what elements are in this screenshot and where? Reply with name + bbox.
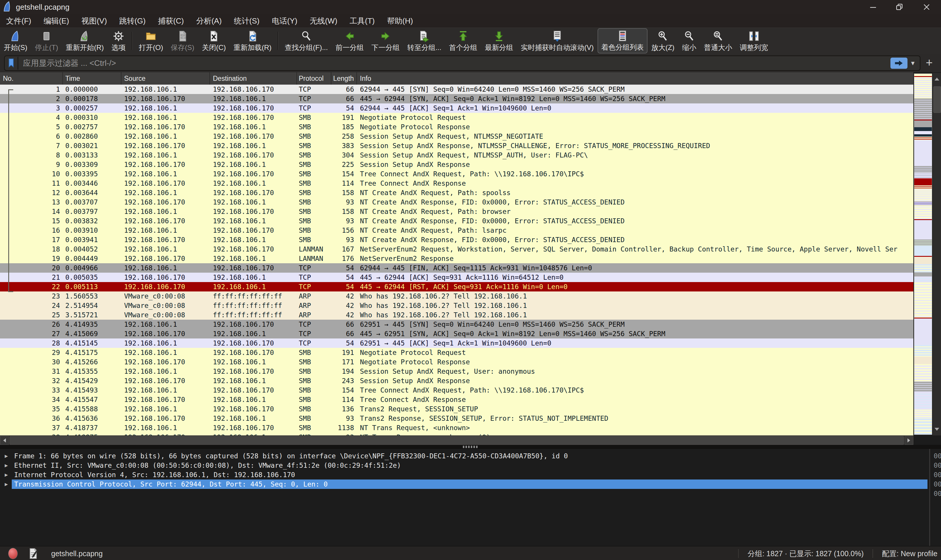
menu-item-4[interactable]: 捕获(C)	[152, 14, 190, 28]
packet-row-23[interactable]: 231.560553VMware_c0:00:08ff:ff:ff:ff:ff:…	[0, 291, 913, 301]
packet-row-20[interactable]: 200.004966192.168.106.1192.168.106.170TC…	[0, 263, 913, 273]
packet-row-17[interactable]: 170.003941192.168.106.170192.168.106.1SM…	[0, 235, 913, 245]
toolbar-button-restart[interactable]: 重新开始(R)	[62, 29, 108, 53]
toolbar-button-prev[interactable]: 前一分组	[332, 29, 367, 53]
horizontal-scroll-thumb[interactable]	[9, 436, 904, 445]
restore-button[interactable]	[886, 0, 913, 14]
menu-item-0[interactable]: 文件(F)	[0, 14, 37, 28]
add-filter-button[interactable]: +	[923, 56, 936, 69]
packet-row-1[interactable]: 10.000000192.168.106.1192.168.106.170TCP…	[0, 85, 913, 94]
packet-row-32[interactable]: 324.415429192.168.106.170192.168.106.1SM…	[0, 376, 913, 386]
pane-splitter[interactable]	[0, 445, 941, 449]
toolbar-button-start[interactable]: 开始(S)	[0, 29, 31, 53]
packet-row-22[interactable]: 220.005113192.168.106.170192.168.106.1TC…	[0, 282, 913, 291]
toolbar-button-reload[interactable]: 重新加载(R)	[230, 29, 275, 53]
packet-row-6[interactable]: 60.002860192.168.106.1192.168.106.170SMB…	[0, 132, 913, 141]
vertical-scrollbar[interactable]	[933, 73, 941, 435]
packet-row-14[interactable]: 140.003797192.168.106.1192.168.106.170SM…	[0, 207, 913, 216]
scroll-right-button[interactable]	[904, 436, 913, 445]
packet-row-29[interactable]: 294.415175192.168.106.1192.168.106.170SM…	[0, 348, 913, 357]
expander-icon[interactable]: ▶	[5, 480, 8, 489]
toolbar-button-resizecols[interactable]: 调整列宽	[736, 29, 772, 53]
packet-row-10[interactable]: 100.003395192.168.106.1192.168.106.170SM…	[0, 169, 913, 178]
column-header-info[interactable]: Info	[357, 72, 913, 85]
packet-row-28[interactable]: 284.415145192.168.106.1192.168.106.170TC…	[0, 338, 913, 348]
packet-row-13[interactable]: 130.003707192.168.106.170192.168.106.1SM…	[0, 197, 913, 207]
apply-filter-button[interactable]	[890, 58, 907, 69]
toolbar-button-zoomout[interactable]: 缩小	[679, 29, 700, 53]
expander-icon[interactable]: ▶	[5, 470, 8, 480]
packet-row-15[interactable]: 150.003832192.168.106.170192.168.106.1SM…	[0, 216, 913, 226]
minimize-button[interactable]	[859, 0, 887, 14]
packet-row-9[interactable]: 90.003309192.168.106.170192.168.106.1SMB…	[0, 160, 913, 169]
packet-row-31[interactable]: 314.415355192.168.106.1192.168.106.170SM…	[0, 367, 913, 376]
packet-row-12[interactable]: 120.003644192.168.106.1192.168.106.170SM…	[0, 188, 913, 197]
packet-row-18[interactable]: 180.004052192.168.106.1192.168.106.170LA…	[0, 245, 913, 254]
filter-bookmark-button[interactable]	[5, 57, 18, 70]
menu-item-7[interactable]: 电话(Y)	[266, 14, 304, 28]
toolbar-button-next[interactable]: 下一分组	[367, 29, 403, 53]
expert-info-icon[interactable]	[8, 548, 18, 559]
scroll-down-button[interactable]	[933, 423, 941, 435]
packet-row-38[interactable]: 384.418875192.168.106.170192.168.106.1SM…	[0, 432, 913, 435]
toolbar-button-first[interactable]: 首个分组	[445, 29, 481, 53]
packet-row-34[interactable]: 344.415547192.168.106.170192.168.106.1SM…	[0, 395, 913, 404]
column-header-length[interactable]: Length	[332, 72, 357, 85]
capture-comment-icon[interactable]	[29, 548, 38, 559]
packet-row-33[interactable]: 334.415493192.168.106.1192.168.106.170SM…	[0, 386, 913, 395]
packet-row-4[interactable]: 40.000310192.168.106.1192.168.106.170SMB…	[0, 113, 913, 122]
menu-item-10[interactable]: 帮助(H)	[381, 14, 419, 28]
packet-row-36[interactable]: 364.415636192.168.106.170192.168.106.1SM…	[0, 414, 913, 423]
toolbar-button-zoomin[interactable]: 放大(Z)	[648, 29, 679, 53]
expander-icon[interactable]: ▶	[5, 461, 8, 470]
toolbar-button-goto[interactable]: 转至分组...	[403, 29, 445, 53]
toolbar-button-options[interactable]: 选项	[108, 29, 130, 53]
toolbar-button-open[interactable]: 打开(O)	[135, 29, 167, 53]
packet-row-16[interactable]: 160.003910192.168.106.1192.168.106.170SM…	[0, 226, 913, 235]
column-header-time[interactable]: Time	[63, 72, 122, 85]
detail-row-1[interactable]: ▶Ethernet II, Src: VMware_c0:00:08 (00:5…	[0, 461, 929, 470]
menu-item-9[interactable]: 工具(T)	[344, 14, 381, 28]
toolbar-button-autoscroll[interactable]: 实时捕获时自动滚动(V)	[517, 29, 597, 53]
packet-minimap[interactable]	[914, 74, 932, 435]
display-filter-input[interactable]: 应用显示过滤器 ... <Ctrl-/> ▼	[4, 55, 920, 71]
packet-bytes-pane[interactable]: 0000000000	[929, 449, 941, 546]
menu-item-5[interactable]: 分析(A)	[190, 14, 228, 28]
close-button[interactable]	[913, 0, 940, 14]
packet-row-5[interactable]: 50.002757192.168.106.170192.168.106.1SMB…	[0, 122, 913, 132]
menu-item-1[interactable]: 编辑(E)	[37, 14, 75, 28]
toolbar-button-closefile[interactable]: 关闭(C)	[198, 29, 230, 53]
column-header-source[interactable]: Source	[122, 72, 210, 85]
toolbar-button-last[interactable]: 最新分组	[481, 29, 517, 53]
packet-row-21[interactable]: 210.005035192.168.106.170192.168.106.1TC…	[0, 273, 913, 282]
scroll-up-button[interactable]	[933, 73, 941, 85]
detail-row-3[interactable]: ▶Transmission Control Protocol, Src Port…	[0, 480, 929, 489]
menu-item-3[interactable]: 跳转(G)	[113, 14, 152, 28]
menu-item-6[interactable]: 统计(S)	[228, 14, 266, 28]
detail-row-0[interactable]: ▶Frame 1: 66 bytes on wire (528 bits), 6…	[0, 451, 929, 461]
column-header-destination[interactable]: Destination	[210, 72, 297, 85]
packet-row-30[interactable]: 304.415266192.168.106.170192.168.106.1SM…	[0, 357, 913, 367]
detail-row-2[interactable]: ▶Internet Protocol Version 4, Src: 192.1…	[0, 470, 929, 480]
scroll-left-button[interactable]	[0, 436, 9, 445]
packet-row-19[interactable]: 190.004449192.168.106.170192.168.106.1LA…	[0, 254, 913, 263]
packet-row-35[interactable]: 354.415588192.168.106.1192.168.106.170SM…	[0, 404, 913, 414]
vertical-scroll-thumb[interactable]	[933, 86, 941, 113]
column-header-protocol[interactable]: Protocol	[297, 72, 332, 85]
filter-dropdown-chevron-icon[interactable]: ▼	[910, 60, 916, 67]
packet-row-26[interactable]: 264.414935192.168.106.1192.168.106.170TC…	[0, 320, 913, 329]
menu-item-2[interactable]: 视图(V)	[75, 14, 113, 28]
packet-row-11[interactable]: 110.003446192.168.106.170192.168.106.1SM…	[0, 178, 913, 188]
menu-item-8[interactable]: 无线(W)	[304, 14, 344, 28]
toolbar-button-colorize[interactable]: 着色分组列表	[597, 28, 648, 54]
column-header-no[interactable]: No.	[0, 72, 63, 85]
packet-row-24[interactable]: 242.514954VMware_c0:00:08ff:ff:ff:ff:ff:…	[0, 301, 913, 310]
toolbar-button-find[interactable]: 查找分组(F)...	[281, 29, 332, 53]
packet-row-37[interactable]: 374.418737192.168.106.1192.168.106.170SM…	[0, 423, 913, 432]
toolbar-button-zoomnormal[interactable]: 普通大小	[700, 29, 736, 53]
expander-icon[interactable]: ▶	[5, 451, 8, 461]
packet-row-7[interactable]: 70.003021192.168.106.170192.168.106.1SMB…	[0, 141, 913, 151]
packet-row-25[interactable]: 253.515721VMware_c0:00:08ff:ff:ff:ff:ff:…	[0, 310, 913, 320]
packet-row-8[interactable]: 80.003133192.168.106.1192.168.106.170SMB…	[0, 151, 913, 160]
status-profile[interactable]: 配置: New profile	[882, 549, 938, 558]
